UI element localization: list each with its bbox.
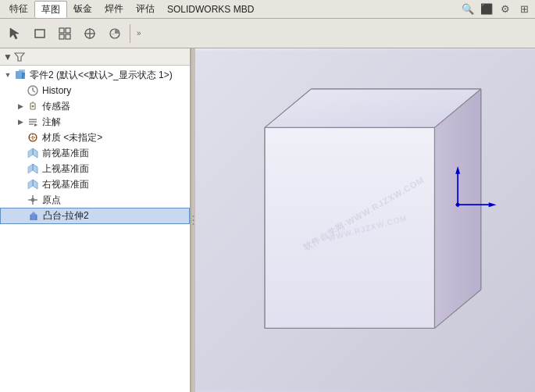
toolbar-separator [130, 24, 130, 43]
svg-marker-37 [30, 212, 37, 215]
svg-rect-3 [66, 28, 70, 33]
origin-icon [27, 194, 39, 206]
menu-weldments[interactable]: 焊件 [98, 1, 130, 17]
svg-point-42 [193, 223, 194, 225]
svg-marker-27 [33, 148, 37, 158]
boss-extrude-icon [27, 210, 40, 223]
svg-marker-0 [10, 28, 19, 39]
tree-arrow-sensor[interactable] [16, 102, 25, 111]
right-plane-icon [27, 178, 39, 191]
3d-viewport[interactable]: 软件自学网·WWW.RJZXW.COM WWW.RJZXW.COM [195, 48, 535, 392]
position-icon [83, 27, 97, 41]
top-right-toolbar: 🔍 ⬛ ⚙ ⊞ [460, 2, 532, 17]
boss-extrude-label: 凸台-拉伸2 [43, 209, 186, 223]
tree-filter-bar: ▼ [0, 48, 190, 66]
annotation-icon [27, 116, 39, 128]
feature-tree-panel: ▼ 零件2 (默认<<默认>_显示状态 1>) [0, 48, 191, 392]
svg-rect-2 [59, 28, 64, 33]
part-label: 零件2 (默认<<默认>_显示状态 1>) [30, 69, 187, 82]
appearance-button[interactable] [103, 22, 127, 45]
svg-rect-4 [59, 34, 64, 39]
material-label: 材质 <未指定> [42, 131, 187, 144]
svg-line-16 [33, 91, 35, 92]
svg-marker-30 [28, 164, 33, 173]
material-icon [27, 131, 39, 144]
tree-item-sensor[interactable]: 传感器 [0, 98, 190, 114]
feature-icon [58, 27, 72, 41]
menu-evaluate[interactable]: 评估 [130, 1, 161, 17]
filter-funnel-icon [14, 52, 25, 62]
feature-tree: 零件2 (默认<<默认>_显示状态 1>) History [0, 66, 190, 392]
toolbar: » [0, 19, 535, 48]
appearance-icon [108, 27, 122, 41]
front-plane-label: 前视基准面 [42, 147, 187, 160]
tree-item-history[interactable]: History [0, 83, 190, 98]
rectangle-button[interactable] [28, 22, 52, 45]
main-layout: ▼ 零件2 (默认<<默认>_显示状态 1>) [0, 48, 535, 392]
svg-rect-1 [35, 30, 45, 37]
svg-marker-10 [15, 53, 24, 61]
svg-rect-5 [66, 34, 70, 39]
tree-item-annotation[interactable]: 注解 [0, 114, 190, 130]
svg-marker-23 [34, 123, 37, 127]
display-icon[interactable]: ⬛ [479, 2, 494, 17]
top-plane-icon [27, 162, 39, 175]
grid-icon[interactable]: ⊞ [516, 2, 532, 17]
sensor-label: 传感器 [42, 100, 187, 113]
tree-item-front-plane[interactable]: 前视基准面 [0, 145, 190, 161]
svg-rect-13 [22, 73, 25, 79]
part-icon [14, 69, 27, 81]
tree-arrow-part[interactable] [3, 70, 12, 80]
right-plane-label: 右视基准面 [42, 178, 187, 191]
svg-marker-28 [28, 148, 33, 158]
tree-item-boss-extrude[interactable]: 凸台-拉伸2 [0, 208, 190, 224]
svg-marker-31 [33, 180, 37, 189]
select-icon [8, 27, 22, 41]
rectangle-icon [33, 27, 47, 41]
tree-item-top-plane[interactable]: 上视基准面 [0, 161, 190, 176]
settings-icon[interactable]: ⚙ [498, 2, 513, 17]
svg-point-41 [193, 219, 194, 221]
filter-icon[interactable]: ▼ [3, 52, 12, 62]
menu-sheet-metal[interactable]: 钣金 [67, 1, 98, 17]
position-button[interactable] [78, 22, 102, 45]
tree-item-part[interactable]: 零件2 (默认<<默认>_显示状态 1>) [0, 67, 190, 83]
origin-label: 原点 [42, 194, 187, 207]
tree-item-material[interactable]: 材质 <未指定> [0, 130, 190, 145]
search-icon[interactable]: 🔍 [460, 2, 476, 17]
history-icon [27, 84, 39, 97]
3d-scene [195, 48, 535, 392]
svg-marker-44 [265, 127, 435, 328]
tree-arrow-annotation[interactable] [16, 117, 25, 127]
menu-sketch[interactable]: 草图 [34, 1, 67, 18]
svg-marker-29 [33, 164, 37, 173]
tree-item-origin[interactable]: 原点 [0, 192, 190, 208]
top-plane-label: 上视基准面 [42, 162, 187, 176]
sensor-icon [27, 100, 39, 112]
menu-solidworks-mbd[interactable]: SOLIDWORKS MBD [161, 2, 260, 16]
svg-marker-32 [28, 180, 33, 189]
menu-bar: 特征 草图 钣金 焊件 评估 SOLIDWORKS MBD 🔍 ⬛ ⚙ ⊞ [0, 0, 535, 19]
history-label: History [42, 85, 187, 96]
svg-point-19 [32, 105, 34, 108]
menu-features[interactable]: 特征 [3, 1, 34, 17]
tree-item-right-plane[interactable]: 右视基准面 [0, 176, 190, 192]
feature-button[interactable] [53, 22, 77, 45]
select-button[interactable] [3, 22, 27, 45]
front-plane-icon [27, 147, 39, 159]
svg-rect-36 [30, 215, 37, 220]
toolbar-more[interactable]: » [134, 27, 144, 39]
annotation-label: 注解 [42, 116, 187, 129]
svg-marker-46 [434, 89, 480, 328]
svg-point-40 [193, 216, 194, 217]
